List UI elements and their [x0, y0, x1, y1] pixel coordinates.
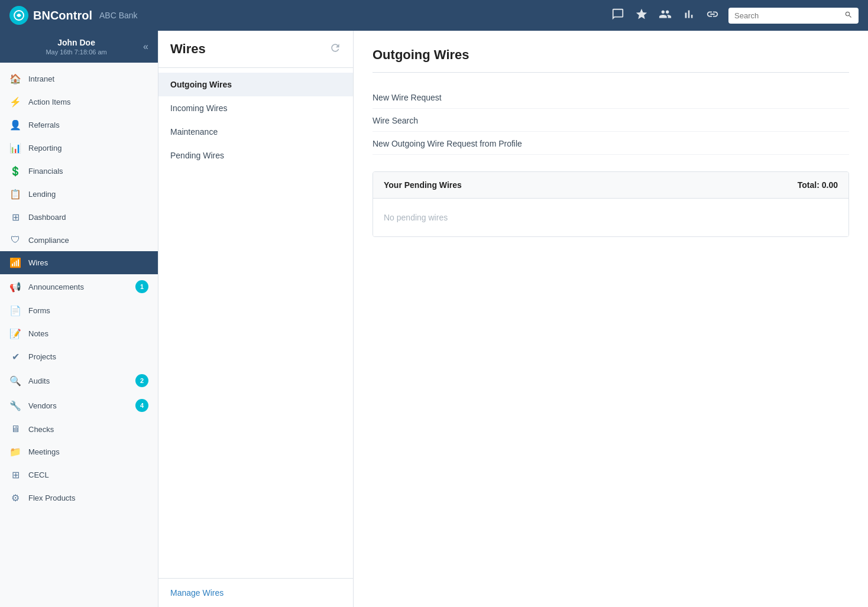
badge-announcements: 1 [135, 280, 148, 293]
sidebar-item-notes[interactable]: 📝 Notes [0, 322, 158, 345]
meetings-icon: 📁 [9, 446, 21, 457]
secondary-nav: Outgoing WiresIncoming WiresMaintenanceP… [158, 68, 353, 578]
flex-products-icon: ⚙ [9, 492, 21, 504]
main-content: Outgoing Wires New Wire RequestWire Sear… [354, 31, 868, 607]
sidebar-item-lending[interactable]: 📋 Lending [0, 183, 158, 206]
content-links: New Wire RequestWire SearchNew Outgoing … [373, 87, 849, 155]
chat-icon[interactable] [611, 8, 624, 24]
vendors-icon: 🔧 [9, 400, 21, 411]
search-input[interactable] [734, 11, 844, 20]
chart-icon[interactable] [682, 8, 695, 24]
pending-wires-body: No pending wires [373, 199, 848, 236]
sidebar-item-meetings[interactable]: 📁 Meetings [0, 440, 158, 463]
sidebar-label-dashboard: Dashboard [28, 213, 148, 222]
link-icon[interactable] [706, 8, 719, 24]
sidebar-item-vendors[interactable]: 🔧 Vendors 4 [0, 393, 158, 418]
financials-icon: 💲 [9, 165, 21, 177]
badge-audits: 2 [135, 374, 148, 387]
pending-wires-total: Total: 0.00 [798, 180, 838, 190]
logo[interactable]: BNControl ABC Bank [9, 6, 138, 25]
referrals-icon: 👤 [9, 119, 21, 131]
sidebar-label-projects: Projects [28, 352, 148, 361]
manage-wires-link[interactable]: Manage Wires [170, 588, 224, 598]
sidebar-label-audits: Audits [28, 376, 128, 385]
sidebar-item-reporting[interactable]: 📊 Reporting [0, 137, 158, 160]
search-icon[interactable] [844, 11, 853, 21]
checks-icon: 🖥 [9, 424, 21, 434]
pending-wires-box: Your Pending Wires Total: 0.00 No pendin… [373, 171, 849, 237]
notes-icon: 📝 [9, 328, 21, 339]
sidebar-label-wires: Wires [28, 258, 148, 267]
badge-vendors: 4 [135, 399, 148, 412]
search-box[interactable] [728, 8, 859, 24]
content-link-new-wire-request[interactable]: New Wire Request [373, 87, 849, 109]
sidebar-item-flex-products[interactable]: ⚙ Flex Products [0, 486, 158, 509]
sidebar-nav: 🏠 Intranet ⚡ Action Items 👤 Referrals 📊 … [0, 63, 158, 607]
announcements-icon: 📢 [9, 281, 21, 293]
content-link-wire-search[interactable]: Wire Search [373, 110, 849, 132]
intranet-icon: 🏠 [9, 73, 21, 85]
sidebar-label-financials: Financials [28, 167, 148, 176]
wires-icon: 📶 [9, 257, 21, 268]
lending-icon: 📋 [9, 189, 21, 200]
secondary-nav-incoming-wires[interactable]: Incoming Wires [158, 96, 353, 120]
secondary-footer: Manage Wires [158, 578, 353, 607]
reporting-icon: 📊 [9, 142, 21, 154]
star-icon[interactable] [635, 8, 648, 24]
people-icon[interactable] [659, 8, 672, 24]
sidebar-item-financials[interactable]: 💲 Financials [0, 160, 158, 183]
sidebar-label-notes: Notes [28, 329, 148, 338]
top-navigation: BNControl ABC Bank [0, 0, 868, 31]
sidebar-label-announcements: Announcements [28, 283, 128, 291]
pending-wires-header: Your Pending Wires Total: 0.00 [373, 172, 848, 199]
sidebar-item-action-items[interactable]: ⚡ Action Items [0, 90, 158, 113]
pending-wires-title: Your Pending Wires [384, 180, 462, 190]
content-title: Outgoing Wires [373, 47, 849, 73]
cecl-icon: ⊞ [9, 469, 21, 481]
audits-icon: 🔍 [9, 375, 21, 387]
sidebar-item-checks[interactable]: 🖥 Checks [0, 418, 158, 440]
sidebar-label-cecl: CECL [28, 470, 148, 479]
sidebar-label-flex-products: Flex Products [28, 494, 148, 502]
sidebar-label-checks: Checks [28, 425, 148, 434]
sidebar-item-intranet[interactable]: 🏠 Intranet [0, 67, 158, 90]
secondary-nav-maintenance[interactable]: Maintenance [158, 120, 353, 144]
sidebar-user-name: John Doe [9, 38, 143, 47]
sidebar-label-forms: Forms [28, 306, 148, 315]
app-name: BNControl [33, 9, 92, 22]
sidebar-item-announcements[interactable]: 📢 Announcements 1 [0, 274, 158, 299]
sidebar-collapse-button[interactable]: « [143, 41, 148, 52]
secondary-nav-outgoing-wires[interactable]: Outgoing Wires [158, 73, 353, 96]
sidebar-label-reporting: Reporting [28, 144, 148, 152]
secondary-panel: Wires Outgoing WiresIncoming WiresMainte… [158, 31, 354, 607]
action-items-icon: ⚡ [9, 96, 21, 108]
sidebar-item-audits[interactable]: 🔍 Audits 2 [0, 368, 158, 393]
logo-icon [9, 6, 28, 25]
refresh-icon[interactable] [329, 42, 341, 57]
sidebar-item-cecl[interactable]: ⊞ CECL [0, 463, 158, 486]
sidebar-label-lending: Lending [28, 190, 148, 199]
sidebar-label-meetings: Meetings [28, 447, 148, 456]
sidebar: John Doe May 16th 7:18:06 am « 🏠 Intrane… [0, 31, 158, 607]
bank-name: ABC Bank [99, 11, 138, 20]
main-layout: John Doe May 16th 7:18:06 am « 🏠 Intrane… [0, 31, 868, 607]
sidebar-item-referrals[interactable]: 👤 Referrals [0, 113, 158, 137]
content-link-new-outgoing-wire-profile[interactable]: New Outgoing Wire Request from Profile [373, 133, 849, 155]
forms-icon: 📄 [9, 305, 21, 316]
topnav-icons [611, 8, 719, 24]
sidebar-label-compliance: Compliance [28, 236, 148, 245]
sidebar-label-referrals: Referrals [28, 121, 148, 129]
sidebar-item-compliance[interactable]: 🛡 Compliance [0, 229, 158, 251]
sidebar-item-forms[interactable]: 📄 Forms [0, 299, 158, 322]
secondary-header: Wires [158, 31, 353, 68]
sidebar-user-info: John Doe May 16th 7:18:06 am [9, 38, 143, 56]
secondary-nav-pending-wires[interactable]: Pending Wires [158, 144, 353, 167]
sidebar-item-wires[interactable]: 📶 Wires [0, 251, 158, 274]
sidebar-user-header: John Doe May 16th 7:18:06 am « [0, 31, 158, 63]
sidebar-item-projects[interactable]: ✔ Projects [0, 345, 158, 368]
secondary-panel-title: Wires [170, 41, 206, 57]
sidebar-item-dashboard[interactable]: ⊞ Dashboard [0, 206, 158, 229]
sidebar-user-time: May 16th 7:18:06 am [9, 48, 143, 56]
compliance-icon: 🛡 [9, 235, 21, 245]
sidebar-label-intranet: Intranet [28, 74, 148, 83]
